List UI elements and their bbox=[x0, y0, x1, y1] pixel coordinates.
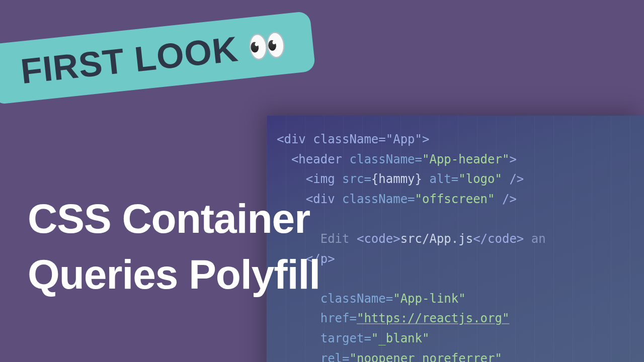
code-line: Edit <code>src/App.js</code> an bbox=[277, 229, 644, 249]
eyes-icon: 👀 bbox=[245, 25, 289, 66]
code-line: <div className="offscreen" /> bbox=[277, 190, 644, 210]
code-snippet: <div className="App"> <header className=… bbox=[267, 116, 644, 362]
code-line: <img src={hammy} alt="logo" /> bbox=[277, 169, 644, 190]
badge-label: FIRST LOOK bbox=[19, 29, 240, 92]
code-line: href="https://reactjs.org" bbox=[277, 309, 644, 329]
code-line: target="_blank" bbox=[277, 329, 644, 349]
code-line: <header className="App-header"> bbox=[277, 150, 644, 170]
code-line: </p> bbox=[277, 249, 644, 269]
code-line: <div className="App"> bbox=[277, 130, 644, 150]
title-line-1: CSS Container bbox=[28, 191, 320, 247]
main-title: CSS Container Queries Polyfill bbox=[28, 191, 320, 302]
code-line: rel="noopener noreferrer" bbox=[277, 349, 644, 362]
title-line-2: Queries Polyfill bbox=[28, 247, 320, 303]
first-look-badge: FIRST LOOK 👀 bbox=[0, 11, 315, 105]
code-line: className="App-link" bbox=[277, 289, 644, 309]
